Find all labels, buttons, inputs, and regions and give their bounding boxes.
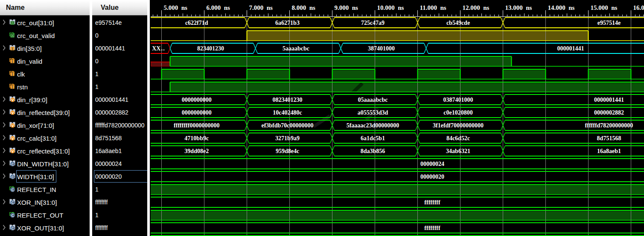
svg-text:8.000 ns: 8.000 ns [292, 4, 316, 11]
svg-text:15.000 ns: 15.000 ns [591, 4, 618, 11]
svg-text:9.000 ns: 9.000 ns [335, 4, 358, 11]
svg-text:6.000 ns: 6.000 ns [207, 4, 230, 11]
svg-text:13.000 ns: 13.000 ns [505, 4, 532, 11]
svg-text:V: V [11, 124, 14, 128]
svg-text:0823401230: 0823401230 [273, 97, 303, 103]
svg-text:5aaaabcbc: 5aaaabcbc [283, 45, 309, 52]
svg-text:5faaaac23d00000000: 5faaaac23d00000000 [347, 122, 399, 129]
svg-text:I: I [12, 59, 13, 64]
svg-text:16.0: 16.0 [633, 4, 644, 11]
svg-text:C: C [11, 162, 14, 166]
svg-text:39dd08e2: 39dd08e2 [184, 148, 209, 154]
svg-text:8d751568: 8d751568 [597, 135, 621, 142]
svg-text:ffffffff: ffffffff [424, 225, 440, 231]
svg-text:C: C [11, 175, 14, 179]
svg-text:C: C [11, 226, 14, 230]
svg-text:ffffffff0000000000: ffffffff0000000000 [174, 122, 219, 129]
svg-text:c0e1020800: c0e1020800 [443, 109, 472, 116]
svg-text:0000002882: 0000002882 [594, 109, 624, 116]
svg-text:10.000 ns: 10.000 ns [377, 4, 404, 11]
svg-text:000001441: 000001441 [557, 45, 584, 52]
svg-text:3f1efdf70000000000: 3f1efdf70000000000 [433, 122, 484, 129]
svg-text:11.000 ns: 11.000 ns [420, 4, 446, 11]
svg-text:725c47a9: 725c47a9 [361, 20, 385, 26]
svg-text:ef3bfdb70c00000000: ef3bfdb70c00000000 [261, 122, 313, 129]
svg-text:16a8aeb1: 16a8aeb1 [597, 148, 621, 154]
svg-text:ffffffff: ffffffff [424, 199, 440, 206]
svg-text:00000024: 00000024 [420, 161, 444, 167]
svg-text:I: I [12, 47, 13, 51]
svg-text:V: V [11, 136, 14, 141]
svg-text:14.000 ns: 14.000 ns [548, 4, 575, 11]
svg-text:ffffffd78200000000: ffffffd78200000000 [585, 122, 633, 129]
svg-text:XX . .: XX . . [152, 45, 165, 52]
svg-text:387401000: 387401000 [368, 45, 395, 52]
svg-text:c622f71d: c622f71d [185, 20, 208, 26]
svg-text:0000000000: 0000000000 [182, 109, 212, 116]
svg-text:4710bb9c: 4710bb9c [184, 135, 209, 142]
svg-text:I: I [12, 72, 13, 77]
svg-text:10c402480c: 10c402480c [273, 109, 302, 116]
svg-text:823401230: 823401230 [197, 45, 224, 52]
svg-text:0000001441: 0000001441 [594, 97, 624, 103]
svg-text:C: C [11, 201, 14, 205]
svg-text:0387401000: 0387401000 [443, 97, 473, 103]
svg-text:I: I [12, 85, 13, 89]
svg-text:C: C [11, 188, 14, 192]
svg-text:8da3b856: 8da3b856 [361, 148, 385, 154]
svg-text:V: V [11, 98, 14, 102]
svg-text:3271b9a9: 3271b9a9 [275, 135, 300, 142]
svg-text:e957514e: e957514e [597, 20, 621, 26]
svg-text:6a1dc5b1: 6a1dc5b1 [361, 135, 385, 142]
svg-text:0000000000: 0000000000 [182, 97, 212, 103]
svg-text:O: O [11, 33, 14, 38]
svg-text:959d8e4c: 959d8e4c [276, 148, 299, 154]
svg-text:V: V [11, 149, 14, 153]
svg-text:cb549cde: cb549cde [446, 20, 470, 26]
svg-text:V: V [11, 111, 14, 115]
svg-text:34ab6321: 34ab6321 [446, 148, 470, 154]
svg-text:6a6271b3: 6a6271b3 [275, 20, 300, 26]
svg-text:05aaaabcbc: 05aaaabcbc [358, 97, 388, 103]
svg-text:7.000 ns: 7.000 ns [249, 4, 273, 11]
svg-text:C: C [11, 213, 14, 218]
svg-text:12.000 ns: 12.000 ns [463, 4, 490, 11]
svg-text:5.000 ns: 5.000 ns [164, 4, 188, 11]
svg-text:00000020: 00000020 [420, 174, 444, 180]
svg-text:84c6d52c: 84c6d52c [446, 135, 470, 142]
svg-text:O: O [11, 21, 14, 25]
svg-text:a055553d3d: a055553d3d [358, 109, 388, 116]
